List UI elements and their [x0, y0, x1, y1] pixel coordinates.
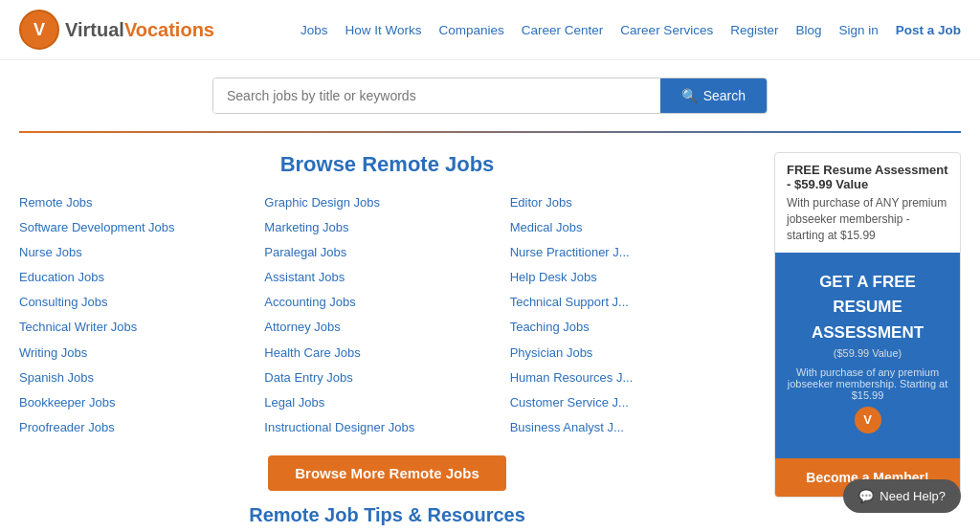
nav-signin[interactable]: Sign in [838, 23, 878, 37]
job-link-item[interactable]: Writing Jobs [19, 343, 255, 364]
browse-more-wrap: Browse More Remote Jobs [19, 455, 755, 491]
sidebar: FREE Resume Assessment - $59.99 Value Wi… [774, 152, 961, 532]
job-link-item[interactable]: Graphic Design Jobs [264, 192, 500, 213]
job-link-item[interactable]: Business Analyst J... [510, 417, 746, 438]
job-link-item[interactable]: Remote Jobs [19, 192, 255, 213]
nav-career-center[interactable]: Career Center [522, 23, 604, 37]
sidebar-banner-line2: RESUME [787, 297, 948, 318]
job-link-item[interactable]: Attorney Jobs [264, 317, 500, 338]
job-link-item[interactable]: Nurse Jobs [19, 242, 255, 263]
job-col-1: Remote JobsSoftware Development JobsNurs… [19, 192, 264, 438]
logo: V VirtualVocations [19, 10, 214, 50]
sidebar-banner-sub: With purchase of any premium jobseeker m… [787, 366, 948, 401]
job-link-item[interactable]: Technical Support J... [510, 292, 746, 313]
job-link-item[interactable]: Software Development Jobs [19, 217, 255, 238]
job-link-item[interactable]: Technical Writer Jobs [19, 317, 255, 338]
job-link-item[interactable]: Human Resources J... [510, 367, 746, 388]
job-link-item[interactable]: Medical Jobs [510, 217, 746, 238]
nav-register[interactable]: Register [730, 23, 778, 37]
job-link-item[interactable]: Spanish Jobs [19, 367, 255, 388]
job-link-item[interactable]: Customer Service J... [510, 392, 746, 413]
nav-blog[interactable]: Blog [795, 23, 821, 37]
chat-icon: 💬 [858, 489, 874, 503]
job-link-item[interactable]: Marketing Jobs [264, 217, 500, 238]
logo-icon: V [19, 10, 59, 50]
browse-title: Browse Remote Jobs [19, 152, 755, 177]
browse-section: Browse Remote Jobs Remote JobsSoftware D… [19, 152, 755, 532]
sidebar-banner-line1: GET A FREE [787, 272, 948, 293]
logo-text: VirtualVocations [65, 19, 214, 41]
job-link-item[interactable]: Education Jobs [19, 267, 255, 288]
need-help-button[interactable]: 💬 Need Help? [843, 479, 961, 513]
job-link-item[interactable]: Health Care Jobs [264, 343, 500, 364]
search-input[interactable] [213, 78, 660, 113]
job-link-item[interactable]: Teaching Jobs [510, 317, 746, 338]
job-link-item[interactable]: Nurse Practitioner J... [510, 242, 746, 263]
header: V VirtualVocations Jobs How It Works Com… [0, 0, 980, 60]
job-link-item[interactable]: Accounting Jobs [264, 292, 500, 313]
search-box: 🔍 Search [212, 78, 768, 114]
job-link-item[interactable]: Physician Jobs [510, 343, 746, 364]
job-link-item[interactable]: Help Desk Jobs [510, 267, 746, 288]
search-button[interactable]: 🔍 Search [660, 78, 767, 113]
vv-logo-small: V [855, 407, 881, 433]
search-icon: 🔍 [681, 88, 698, 103]
job-link-item[interactable]: Instructional Designer Jobs [264, 417, 500, 438]
sidebar-free-title: FREE Resume Assessment - $59.99 Value [787, 163, 948, 191]
search-section: 🔍 Search [0, 60, 980, 131]
job-link-item[interactable]: Consulting Jobs [19, 292, 255, 313]
job-columns: Remote JobsSoftware Development JobsNurs… [19, 192, 755, 438]
nav-companies[interactable]: Companies [439, 23, 504, 37]
sidebar-banner-line3: ASSESSMENT [787, 322, 948, 344]
nav-how-it-works[interactable]: How It Works [345, 23, 422, 37]
job-link-item[interactable]: Legal Jobs [264, 392, 500, 413]
browse-more-button[interactable]: Browse More Remote Jobs [268, 455, 506, 491]
job-col-2: Graphic Design JobsMarketing JobsParaleg… [264, 192, 509, 438]
job-link-item[interactable]: Paralegal Jobs [264, 242, 500, 263]
sidebar-free-sub: With purchase of ANY premium jobseeker m… [787, 195, 948, 243]
sidebar-banner: GET A FREE RESUME ASSESSMENT ($59.99 Val… [775, 253, 960, 457]
sidebar-card-top: FREE Resume Assessment - $59.99 Value Wi… [775, 153, 960, 253]
job-link-item[interactable]: Data Entry Jobs [264, 367, 500, 388]
job-link-item[interactable]: Proofreader Jobs [19, 417, 255, 438]
nav-jobs[interactable]: Jobs [301, 23, 328, 37]
job-link-item[interactable]: Editor Jobs [510, 192, 746, 213]
main-content: Browse Remote Jobs Remote JobsSoftware D… [0, 133, 980, 532]
job-link-item[interactable]: Bookkeeper Jobs [19, 392, 255, 413]
sidebar-card: FREE Resume Assessment - $59.99 Value Wi… [774, 152, 961, 498]
sidebar-banner-price: ($59.99 Value) [787, 347, 948, 359]
main-nav: Jobs How It Works Companies Career Cente… [234, 23, 961, 37]
tips-title: Remote Job Tips & Resources [19, 504, 755, 526]
nav-post-job[interactable]: Post a Job [896, 23, 961, 37]
nav-career-services[interactable]: Career Services [620, 23, 713, 37]
job-link-item[interactable]: Assistant Jobs [264, 267, 500, 288]
job-col-3: Editor JobsMedical JobsNurse Practitione… [510, 192, 755, 438]
